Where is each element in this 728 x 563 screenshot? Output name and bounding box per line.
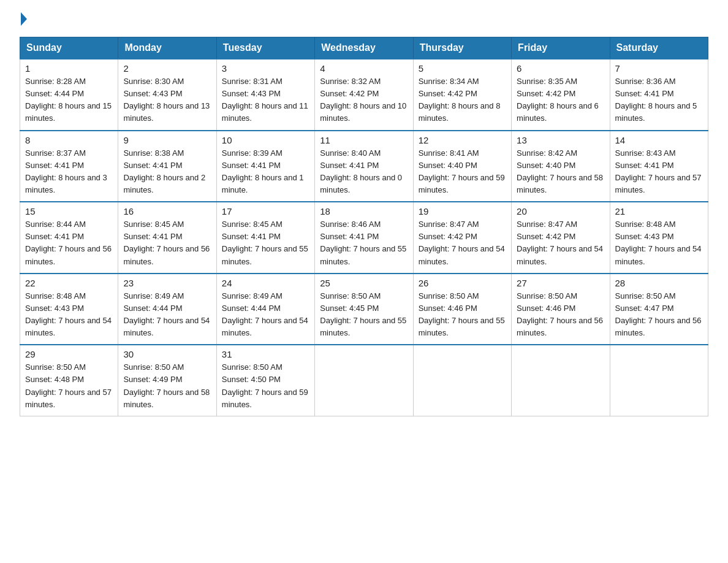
day-info: Sunrise: 8:48 AMSunset: 4:43 PMDaylight:… bbox=[615, 218, 703, 268]
weekday-header-wednesday: Wednesday bbox=[315, 37, 413, 59]
calendar-cell: 9Sunrise: 8:38 AMSunset: 4:41 PMDaylight… bbox=[118, 131, 216, 202]
calendar-cell: 20Sunrise: 8:47 AMSunset: 4:42 PMDayligh… bbox=[512, 202, 610, 274]
calendar-cell: 25Sunrise: 8:50 AMSunset: 4:45 PMDayligh… bbox=[315, 274, 413, 345]
day-info: Sunrise: 8:30 AMSunset: 4:43 PMDaylight:… bbox=[123, 75, 211, 125]
day-info: Sunrise: 8:48 AMSunset: 4:43 PMDaylight:… bbox=[25, 290, 113, 340]
day-number: 20 bbox=[517, 206, 604, 216]
calendar-cell: 17Sunrise: 8:45 AMSunset: 4:41 PMDayligh… bbox=[216, 202, 314, 274]
calendar-cell: 28Sunrise: 8:50 AMSunset: 4:47 PMDayligh… bbox=[610, 274, 708, 345]
calendar-cell: 31Sunrise: 8:50 AMSunset: 4:50 PMDayligh… bbox=[216, 345, 314, 416]
weekday-header-friday: Friday bbox=[512, 37, 610, 59]
day-info: Sunrise: 8:50 AMSunset: 4:48 PMDaylight:… bbox=[25, 361, 113, 411]
calendar-cell bbox=[413, 345, 511, 416]
day-number: 28 bbox=[615, 278, 703, 288]
day-info: Sunrise: 8:36 AMSunset: 4:41 PMDaylight:… bbox=[615, 75, 703, 125]
calendar-table: SundayMondayTuesdayWednesdayThursdayFrid… bbox=[20, 37, 708, 416]
day-number: 3 bbox=[222, 63, 309, 74]
weekday-header-tuesday: Tuesday bbox=[216, 37, 314, 59]
day-number: 25 bbox=[320, 278, 408, 288]
day-info: Sunrise: 8:50 AMSunset: 4:47 PMDaylight:… bbox=[615, 290, 703, 340]
day-info: Sunrise: 8:37 AMSunset: 4:41 PMDaylight:… bbox=[25, 147, 113, 197]
calendar-cell: 8Sunrise: 8:37 AMSunset: 4:41 PMDaylight… bbox=[20, 131, 118, 202]
day-number: 21 bbox=[615, 206, 703, 216]
calendar-cell: 26Sunrise: 8:50 AMSunset: 4:46 PMDayligh… bbox=[413, 274, 511, 345]
calendar-cell: 6Sunrise: 8:35 AMSunset: 4:42 PMDaylight… bbox=[512, 59, 610, 131]
calendar-week-row: 8Sunrise: 8:37 AMSunset: 4:41 PMDaylight… bbox=[20, 131, 708, 202]
weekday-header-saturday: Saturday bbox=[610, 37, 708, 59]
day-number: 18 bbox=[320, 206, 408, 216]
calendar-cell: 3Sunrise: 8:31 AMSunset: 4:43 PMDaylight… bbox=[216, 59, 314, 131]
calendar-header: SundayMondayTuesdayWednesdayThursdayFrid… bbox=[20, 37, 708, 59]
day-info: Sunrise: 8:45 AMSunset: 4:41 PMDaylight:… bbox=[222, 218, 309, 268]
day-number: 14 bbox=[615, 135, 703, 145]
calendar-cell: 18Sunrise: 8:46 AMSunset: 4:41 PMDayligh… bbox=[315, 202, 413, 274]
calendar-cell: 14Sunrise: 8:43 AMSunset: 4:41 PMDayligh… bbox=[610, 131, 708, 202]
calendar-cell: 24Sunrise: 8:49 AMSunset: 4:44 PMDayligh… bbox=[216, 274, 314, 345]
calendar-cell: 27Sunrise: 8:50 AMSunset: 4:46 PMDayligh… bbox=[512, 274, 610, 345]
calendar-cell: 22Sunrise: 8:48 AMSunset: 4:43 PMDayligh… bbox=[20, 274, 118, 345]
calendar-week-row: 29Sunrise: 8:50 AMSunset: 4:48 PMDayligh… bbox=[20, 345, 708, 416]
calendar-cell: 30Sunrise: 8:50 AMSunset: 4:49 PMDayligh… bbox=[118, 345, 216, 416]
day-info: Sunrise: 8:47 AMSunset: 4:42 PMDaylight:… bbox=[419, 218, 506, 268]
day-info: Sunrise: 8:50 AMSunset: 4:45 PMDaylight:… bbox=[320, 290, 408, 340]
calendar-week-row: 22Sunrise: 8:48 AMSunset: 4:43 PMDayligh… bbox=[20, 274, 708, 345]
calendar-cell: 29Sunrise: 8:50 AMSunset: 4:48 PMDayligh… bbox=[20, 345, 118, 416]
day-number: 16 bbox=[123, 206, 211, 216]
calendar-cell: 4Sunrise: 8:32 AMSunset: 4:42 PMDaylight… bbox=[315, 59, 413, 131]
calendar-week-row: 15Sunrise: 8:44 AMSunset: 4:41 PMDayligh… bbox=[20, 202, 708, 274]
day-number: 15 bbox=[25, 206, 113, 216]
day-number: 27 bbox=[517, 278, 604, 288]
day-number: 23 bbox=[123, 278, 211, 288]
calendar-cell: 16Sunrise: 8:45 AMSunset: 4:41 PMDayligh… bbox=[118, 202, 216, 274]
calendar-cell: 19Sunrise: 8:47 AMSunset: 4:42 PMDayligh… bbox=[413, 202, 511, 274]
calendar-cell: 5Sunrise: 8:34 AMSunset: 4:42 PMDaylight… bbox=[413, 59, 511, 131]
day-info: Sunrise: 8:50 AMSunset: 4:49 PMDaylight:… bbox=[123, 361, 211, 411]
day-number: 7 bbox=[615, 63, 703, 74]
calendar-body: 1Sunrise: 8:28 AMSunset: 4:44 PMDaylight… bbox=[20, 59, 708, 416]
calendar-cell: 12Sunrise: 8:41 AMSunset: 4:40 PMDayligh… bbox=[413, 131, 511, 202]
day-number: 19 bbox=[419, 206, 506, 216]
day-info: Sunrise: 8:44 AMSunset: 4:41 PMDaylight:… bbox=[25, 218, 113, 268]
weekday-header-row: SundayMondayTuesdayWednesdayThursdayFrid… bbox=[20, 37, 708, 59]
day-number: 6 bbox=[517, 63, 604, 74]
logo bbox=[20, 15, 27, 26]
day-number: 1 bbox=[25, 63, 113, 74]
day-number: 5 bbox=[419, 63, 506, 74]
day-info: Sunrise: 8:50 AMSunset: 4:46 PMDaylight:… bbox=[419, 290, 506, 340]
calendar-cell: 15Sunrise: 8:44 AMSunset: 4:41 PMDayligh… bbox=[20, 202, 118, 274]
day-info: Sunrise: 8:50 AMSunset: 4:50 PMDaylight:… bbox=[222, 361, 309, 411]
day-info: Sunrise: 8:50 AMSunset: 4:46 PMDaylight:… bbox=[517, 290, 604, 340]
header bbox=[20, 15, 708, 26]
weekday-header-thursday: Thursday bbox=[413, 37, 511, 59]
day-info: Sunrise: 8:45 AMSunset: 4:41 PMDaylight:… bbox=[123, 218, 211, 268]
day-number: 12 bbox=[419, 135, 506, 145]
day-info: Sunrise: 8:47 AMSunset: 4:42 PMDaylight:… bbox=[517, 218, 604, 268]
day-number: 4 bbox=[320, 63, 408, 74]
day-number: 8 bbox=[25, 135, 113, 145]
day-number: 11 bbox=[320, 135, 408, 145]
day-info: Sunrise: 8:49 AMSunset: 4:44 PMDaylight:… bbox=[123, 290, 211, 340]
day-info: Sunrise: 8:40 AMSunset: 4:41 PMDaylight:… bbox=[320, 147, 408, 197]
day-info: Sunrise: 8:34 AMSunset: 4:42 PMDaylight:… bbox=[419, 75, 506, 125]
weekday-header-sunday: Sunday bbox=[20, 37, 118, 59]
day-info: Sunrise: 8:46 AMSunset: 4:41 PMDaylight:… bbox=[320, 218, 408, 268]
day-info: Sunrise: 8:43 AMSunset: 4:41 PMDaylight:… bbox=[615, 147, 703, 197]
day-info: Sunrise: 8:39 AMSunset: 4:41 PMDaylight:… bbox=[222, 147, 309, 197]
day-number: 17 bbox=[222, 206, 309, 216]
day-number: 2 bbox=[123, 63, 211, 74]
day-number: 29 bbox=[25, 349, 113, 359]
calendar-cell: 1Sunrise: 8:28 AMSunset: 4:44 PMDaylight… bbox=[20, 59, 118, 131]
day-info: Sunrise: 8:31 AMSunset: 4:43 PMDaylight:… bbox=[222, 75, 309, 125]
day-info: Sunrise: 8:38 AMSunset: 4:41 PMDaylight:… bbox=[123, 147, 211, 197]
day-info: Sunrise: 8:41 AMSunset: 4:40 PMDaylight:… bbox=[419, 147, 506, 197]
day-info: Sunrise: 8:28 AMSunset: 4:44 PMDaylight:… bbox=[25, 75, 113, 125]
day-number: 13 bbox=[517, 135, 604, 145]
day-number: 30 bbox=[123, 349, 211, 359]
calendar-cell bbox=[512, 345, 610, 416]
calendar-cell bbox=[315, 345, 413, 416]
day-info: Sunrise: 8:42 AMSunset: 4:40 PMDaylight:… bbox=[517, 147, 604, 197]
day-info: Sunrise: 8:35 AMSunset: 4:42 PMDaylight:… bbox=[517, 75, 604, 125]
day-number: 22 bbox=[25, 278, 113, 288]
day-info: Sunrise: 8:49 AMSunset: 4:44 PMDaylight:… bbox=[222, 290, 309, 340]
calendar-cell: 7Sunrise: 8:36 AMSunset: 4:41 PMDaylight… bbox=[610, 59, 708, 131]
